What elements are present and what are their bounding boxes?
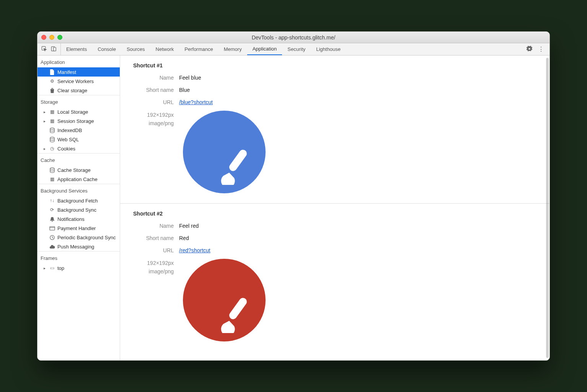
shortcut-heading: Shortcut #2 [133, 211, 536, 217]
sync-icon: ⟳ [49, 207, 55, 213]
sidebar-item-indexeddb[interactable]: IndexedDB [38, 126, 120, 135]
grid-icon: ▦ [49, 118, 55, 124]
shortcut-heading: Shortcut #1 [133, 62, 536, 69]
sidebar-item-label: top [57, 265, 64, 271]
sidebar-item-label: Clear storage [57, 88, 87, 93]
icon-size-label: 192×192px [133, 259, 174, 267]
sidebar-item-frame-top[interactable]: ▭ top [38, 263, 120, 273]
window-close-button[interactable] [41, 35, 46, 40]
manifest-pane: Shortcut #1 Name Feel blue Short name Bl… [120, 56, 549, 360]
tab-console[interactable]: Console [92, 43, 121, 55]
devtools-tabbar: Elements Console Sources Network Perform… [38, 43, 549, 56]
tab-memory[interactable]: Memory [218, 43, 247, 55]
sidebar-item-background-sync[interactable]: ⟳ Background Sync [38, 205, 120, 214]
settings-icon[interactable] [526, 46, 533, 53]
window-minimize-button[interactable] [49, 35, 54, 40]
sidebar-group-cache: Cache [38, 153, 120, 165]
prop-value-name: Feel blue [179, 74, 201, 81]
sidebar-item-cookies[interactable]: ◷ Cookies [38, 144, 120, 153]
sidebar-item-cache-storage[interactable]: Cache Storage [38, 165, 120, 175]
devtools-window: DevTools - app-shortcuts.glitch.me/ Elem… [37, 31, 550, 361]
svg-rect-6 [49, 226, 54, 230]
shortcut-section: Shortcut #2 Name Feel red Short name Red… [120, 204, 549, 341]
sidebar-item-service-workers[interactable]: ⚙ Service Workers [38, 77, 120, 86]
sidebar-item-notifications[interactable]: Notifications [38, 214, 120, 224]
shortcut-section: Shortcut #1 Name Feel blue Short name Bl… [120, 56, 549, 204]
sidebar-item-label: Web SQL [57, 137, 79, 142]
gear-icon: ⚙ [49, 78, 55, 84]
prop-label-name: Name [133, 222, 179, 229]
sidebar-item-clear-storage[interactable]: Clear storage [38, 86, 120, 95]
shortcut-url-link[interactable]: /red?shortcut [179, 247, 210, 253]
icon-size-label: 192×192px [133, 111, 174, 119]
prop-value-shortname: Red [179, 234, 189, 241]
clock-icon [49, 234, 55, 240]
prop-value-name: Feel red [179, 222, 199, 229]
svg-point-5 [50, 168, 54, 169]
scrollbar[interactable] [546, 58, 549, 358]
sidebar-group-frames: Frames [38, 251, 120, 263]
kebab-menu-icon[interactable]: ⋮ [538, 46, 544, 52]
sidebar-item-label: Service Workers [57, 78, 94, 84]
card-icon [49, 225, 55, 231]
sidebar-item-manifest[interactable]: Manifest [38, 67, 120, 77]
paintbrush-icon [215, 295, 253, 333]
sidebar-item-label: Session Storage [57, 118, 94, 124]
tab-lighthouse[interactable]: Lighthouse [311, 43, 346, 55]
sidebar-item-label: Background Fetch [57, 198, 98, 204]
sidebar-item-label: Periodic Background Sync [57, 235, 116, 240]
bell-icon [49, 216, 55, 222]
shortcut-icon-preview [183, 111, 266, 193]
sidebar-item-label: Local Storage [57, 109, 88, 115]
sidebar-group-application: Application [38, 56, 120, 67]
grid-icon: ▦ [49, 176, 55, 182]
tab-network[interactable]: Network [150, 43, 179, 55]
sidebar-item-label: Notifications [57, 216, 85, 222]
shortcut-icon-preview [183, 259, 266, 341]
sidebar-item-label: Cookies [57, 146, 75, 152]
prop-label-shortname: Short name [133, 234, 179, 241]
database-icon [49, 167, 55, 173]
sidebar-item-label: Background Sync [57, 207, 96, 213]
cloud-icon [49, 243, 55, 250]
tab-application[interactable]: Application [247, 43, 282, 55]
sidebar-item-label: Manifest [57, 69, 76, 75]
titlebar: DevTools - app-shortcuts.glitch.me/ [38, 32, 549, 43]
frame-icon: ▭ [49, 265, 55, 271]
tab-performance[interactable]: Performance [179, 43, 218, 55]
sidebar-item-websql[interactable]: Web SQL [38, 135, 120, 144]
sidebar-item-payment-handler[interactable]: Payment Handler [38, 224, 120, 233]
file-icon [49, 69, 55, 75]
sidebar-item-periodic-background-sync[interactable]: Periodic Background Sync [38, 233, 120, 242]
svg-point-4 [50, 137, 54, 139]
sidebar-item-session-storage[interactable]: ▦ Session Storage [38, 116, 120, 126]
grid-icon: ▦ [49, 109, 55, 115]
sidebar-item-push-messaging[interactable]: Push Messaging [38, 242, 120, 251]
window-zoom-button[interactable] [57, 35, 62, 40]
tab-security[interactable]: Security [282, 43, 311, 55]
sidebar-item-label: Cache Storage [57, 167, 91, 173]
device-toolbar-icon[interactable] [51, 46, 57, 53]
database-icon [49, 127, 55, 133]
application-sidebar: Application Manifest ⚙ Service Workers C… [38, 56, 120, 360]
inspect-icon[interactable] [41, 46, 47, 53]
svg-rect-9 [228, 296, 248, 321]
prop-label-name: Name [133, 74, 179, 81]
tab-sources[interactable]: Sources [121, 43, 150, 55]
prop-label-url: URL [133, 247, 179, 253]
sidebar-item-label: Push Messaging [57, 244, 94, 250]
sidebar-item-application-cache[interactable]: ▦ Application Cache [38, 175, 120, 184]
tab-elements[interactable]: Elements [61, 43, 92, 55]
sidebar-group-background-services: Background Services [38, 184, 120, 196]
paintbrush-icon [215, 147, 253, 185]
shortcut-url-link[interactable]: /blue?shortcut [179, 99, 213, 105]
sidebar-item-label: Payment Handler [57, 225, 96, 231]
sidebar-group-storage: Storage [38, 95, 120, 107]
icon-type-label: image/png [133, 267, 174, 276]
prop-label-url: URL [133, 98, 179, 105]
svg-rect-2 [54, 47, 56, 51]
sidebar-item-background-fetch[interactable]: ↑↓ Background Fetch [38, 196, 120, 205]
svg-rect-8 [228, 148, 248, 173]
sidebar-item-label: Application Cache [57, 176, 98, 182]
sidebar-item-local-storage[interactable]: ▦ Local Storage [38, 107, 120, 116]
